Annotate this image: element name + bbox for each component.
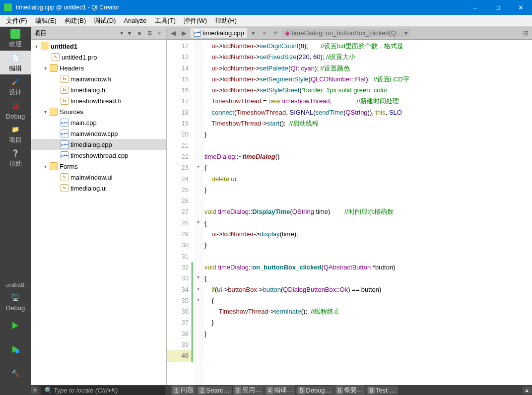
h-icon: h — [61, 97, 68, 105]
symbol-crumb[interactable]: ◆timeDialog::on_buttonBox_clicked(Q…▾ — [282, 29, 411, 37]
mode-design[interactable]: 🖌️设计 — [0, 74, 31, 98]
folder-icon — [50, 64, 58, 72]
line-col-button[interactable]: ⊞ — [521, 29, 530, 38]
build-mode-button[interactable]: 🖥️Debug — [0, 290, 31, 314]
tree-forms-folder[interactable]: ▾Forms — [31, 161, 166, 172]
close-output-button[interactable]: × — [31, 387, 38, 394]
bug-icon: 🐞 — [10, 101, 21, 112]
cpp-icon: c++ — [194, 30, 200, 37]
titlebar: timedialog.cpp @ untitled1 - Qt Creator … — [0, 0, 532, 15]
mode-welcome[interactable]: 欢迎 — [0, 27, 31, 51]
kit-selector[interactable]: untitled1 — [0, 280, 31, 290]
mode-help[interactable]: ❔帮助 — [0, 146, 31, 170]
menu-tools[interactable]: 工具(T) — [151, 15, 180, 26]
tree-ui-file[interactable]: ✎mainwindow.ui — [31, 172, 166, 183]
output-compile[interactable]: 4编译… — [265, 385, 295, 395]
tree-header-file[interactable]: hmainwindow.h — [31, 73, 166, 84]
folder-icon — [50, 108, 58, 116]
pro-icon: ✎ — [52, 53, 60, 61]
tree-source-file[interactable]: c++timeshowthread.cpp — [31, 150, 166, 161]
minimize-button[interactable]: – — [464, 0, 486, 15]
filter-button[interactable]: ▼ — [126, 29, 133, 37]
ui-icon: ✎ — [61, 173, 68, 181]
build-button[interactable]: 🔨 — [0, 361, 31, 385]
folder-icon — [50, 162, 58, 170]
tree-project[interactable]: ▾untitled1 — [31, 41, 166, 52]
output-test[interactable]: 8Test … — [366, 386, 398, 395]
sync-button[interactable]: ≡ — [135, 29, 143, 37]
tree-ui-file[interactable]: ✎timedialog.ui — [31, 183, 166, 194]
cpp-icon: c++ — [61, 119, 68, 127]
close-button[interactable]: ✕ — [509, 0, 532, 15]
tree-header-file[interactable]: htimeshowthread.h — [31, 95, 166, 106]
h-icon: h — [61, 75, 68, 83]
hammer-icon: 🔨 — [10, 368, 21, 379]
menu-help[interactable]: 帮助(H) — [211, 15, 241, 26]
run-button[interactable] — [0, 314, 31, 337]
help-icon: ❔ — [10, 147, 21, 158]
project-pane-title: 项目 — [34, 29, 118, 38]
bookmark-button[interactable]: # — [271, 29, 280, 38]
tree-header-file[interactable]: htimedialog.h — [31, 84, 166, 95]
fold-column[interactable]: ▾▾▾▾▾ — [195, 40, 202, 385]
line-gutter[interactable]: 1213141516171819202122232425262728293031… — [167, 40, 195, 385]
editor-area: ◀ ▶ c++timedialog.cpp ▾ × # ◆timeDialog:… — [167, 27, 532, 385]
project-icon — [41, 42, 49, 50]
menu-build[interactable]: 构建(B) — [61, 15, 90, 26]
output-toggle[interactable]: ▲ — [523, 387, 532, 394]
project-tree[interactable]: ▾untitled1 ✎untitled1.pro ▾Headers hmain… — [31, 40, 166, 385]
mode-edit[interactable]: 📄编辑 — [0, 51, 31, 74]
code-content[interactable]: ui->lcdNumber->setDigitCount(8); //设置lcd… — [202, 40, 532, 385]
ui-icon: ✎ — [61, 184, 68, 192]
locator-input[interactable]: 🔍 Type to locate (Ctrl+K) — [41, 386, 165, 395]
menu-debug[interactable]: 调试(D) — [90, 15, 120, 26]
output-app[interactable]: 3应用… — [233, 385, 264, 395]
folder-icon: 📁 — [10, 124, 21, 134]
tree-source-file-active[interactable]: c++timedialog.cpp — [31, 139, 166, 150]
mode-projects[interactable]: 📁项目 — [0, 122, 31, 146]
monitor-icon: 🖥️ — [10, 292, 21, 303]
tree-source-file[interactable]: c++mainwindow.cpp — [31, 128, 166, 139]
tree-pro-file[interactable]: ✎untitled1.pro — [31, 52, 166, 63]
project-pane: 项目 ▾ ▼ ≡ ⊞ × ▾untitled1 ✎untitled1.pro ▾… — [31, 27, 167, 385]
tree-sources-folder[interactable]: ▾Sources — [31, 106, 166, 117]
svg-marker-0 — [12, 322, 18, 329]
tab-close[interactable]: × — [260, 29, 269, 38]
code-editor[interactable]: 1213141516171819202122232425262728293031… — [167, 40, 532, 385]
menu-edit[interactable]: 编辑(E) — [31, 15, 61, 26]
play-icon — [10, 320, 21, 331]
statusbar: × 🔍 Type to locate (Ctrl+K) 1问题 2Searc… … — [0, 385, 532, 395]
h-icon: h — [61, 86, 68, 94]
mode-sidebar: 欢迎 📄编辑 🖌️设计 🐞Debug 📁项目 ❔帮助 untitled1 🖥️D… — [0, 27, 31, 385]
play-bug-icon — [10, 344, 21, 355]
debug-run-button[interactable] — [0, 337, 31, 361]
editor-toolbar: ◀ ▶ c++timedialog.cpp ▾ × # ◆timeDialog:… — [167, 27, 532, 40]
class-icon: ◆ — [285, 29, 290, 37]
project-pane-header: 项目 ▾ ▼ ≡ ⊞ × — [31, 27, 166, 40]
tree-headers-folder[interactable]: ▾Headers — [31, 63, 166, 73]
svg-point-2 — [15, 349, 19, 353]
output-messages[interactable]: 6概要… — [334, 385, 365, 395]
menu-file[interactable]: 文件(F) — [2, 15, 31, 26]
qt-icon — [10, 29, 20, 39]
cpp-icon: c++ — [61, 151, 68, 159]
nav-fwd-button[interactable]: ▶ — [180, 29, 189, 38]
split-button[interactable]: ⊞ — [145, 29, 153, 37]
editor-tab[interactable]: c++timedialog.cpp — [191, 28, 247, 38]
menu-widgets[interactable]: 控件(W) — [180, 15, 211, 26]
tree-source-file[interactable]: c++main.cpp — [31, 117, 166, 128]
output-debug[interactable]: 5Debug… — [296, 386, 333, 395]
mode-debug[interactable]: 🐞Debug — [0, 98, 31, 122]
menubar: 文件(F) 编辑(E) 构建(B) 调试(D) Analyze 工具(T) 控件… — [0, 15, 532, 27]
output-search[interactable]: 2Searc… — [197, 386, 231, 395]
window-title: timedialog.cpp @ untitled1 - Qt Creator — [16, 4, 464, 11]
tab-dropdown[interactable]: ▾ — [249, 29, 258, 38]
brush-icon: 🖌️ — [10, 76, 21, 87]
nav-back-button[interactable]: ◀ — [169, 29, 178, 38]
maximize-button[interactable]: □ — [486, 0, 509, 15]
output-problems[interactable]: 1问题 — [171, 385, 196, 395]
menu-analyze[interactable]: Analyze — [120, 16, 150, 25]
app-icon — [4, 3, 12, 11]
close-pane-button[interactable]: × — [155, 29, 163, 37]
document-icon: 📄 — [10, 52, 21, 63]
